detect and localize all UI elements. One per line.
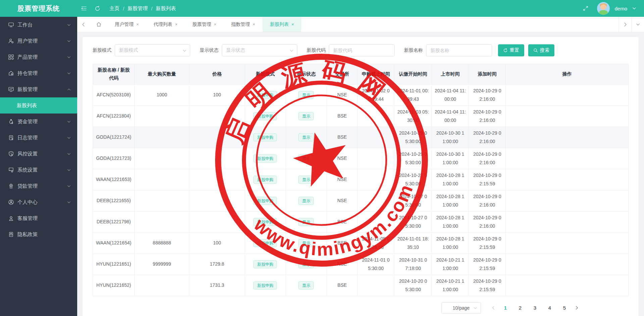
page-number-2[interactable]: 2: [515, 303, 525, 313]
tab-close-icon[interactable]: ×: [175, 22, 178, 27]
tab-2[interactable]: 股票管理×: [185, 17, 224, 32]
tab-close-icon[interactable]: ×: [291, 22, 294, 27]
max-qty-cell: [135, 127, 189, 148]
sidebar-item-3[interactable]: 持仓管理: [0, 65, 77, 81]
show-badge[interactable]: 显示: [298, 154, 314, 163]
breadcrumb-home[interactable]: 主页: [109, 5, 119, 12]
app-header: 股票管理系统 主页 / 新股管理 / 新股列表 demo: [0, 0, 644, 17]
mode-select[interactable]: 新股模式: [115, 44, 190, 56]
show-badge[interactable]: 显示: [298, 197, 314, 205]
prev-page-icon[interactable]: [488, 303, 498, 313]
show-badge[interactable]: 显示: [298, 239, 314, 247]
show-badge[interactable]: 显示: [298, 260, 314, 268]
price-cell: [189, 148, 245, 169]
show-badge-cell: 显示: [286, 232, 327, 254]
sidebar-subitem-active[interactable]: 新股列表: [0, 97, 77, 114]
page-size-select[interactable]: 10/page: [441, 302, 481, 314]
chevron-down-icon: [182, 48, 187, 53]
price-cell: [189, 190, 245, 211]
sidebar-item-0[interactable]: 工作台: [0, 17, 77, 33]
sidebar-item-10[interactable]: 个人中心: [0, 194, 77, 210]
added-time-cell: 2024-10-29 02:16:00: [469, 211, 506, 232]
sidebar-item-5[interactable]: 资金管理: [0, 114, 77, 130]
tabs-menu-chevron-icon[interactable]: [631, 17, 644, 32]
show-badge-cell: 显示: [286, 148, 327, 169]
tab-home[interactable]: [90, 17, 107, 32]
price-cell: 1729.8: [189, 254, 245, 275]
list-card: 新股模式 新股模式 显示状态 显示状态 新股代码: [83, 37, 639, 316]
mode-badge[interactable]: 新股申购: [253, 260, 277, 268]
sidebar-item-8[interactable]: 系统设置: [0, 162, 77, 178]
tab-close-icon[interactable]: ×: [136, 22, 139, 27]
mode-badge-cell: 新股申购: [245, 211, 286, 232]
tab-1[interactable]: 代理列表×: [146, 17, 185, 32]
mode-badge[interactable]: 新股申购: [253, 281, 277, 289]
listing-time-cell: 2024-10-21 11:00:00: [432, 254, 469, 275]
added-time-cell: 2024-10-29 02:16:00: [469, 148, 506, 169]
breadcrumb-section[interactable]: 新股管理: [128, 5, 148, 12]
mode-badge[interactable]: 新股申购: [253, 154, 277, 163]
show-badge[interactable]: 显示: [298, 218, 314, 226]
show-badge-cell: 显示: [286, 127, 327, 148]
tabs-scroll-left-icon[interactable]: [77, 17, 90, 32]
page-number-5[interactable]: 5: [559, 303, 569, 313]
sidebar-item-1[interactable]: 用户管理: [0, 33, 77, 49]
mode-badge[interactable]: 新股申购: [253, 176, 277, 184]
next-page-icon[interactable]: [572, 303, 582, 313]
page-number-4[interactable]: 4: [545, 303, 555, 313]
avatar[interactable]: [597, 2, 610, 15]
stock-name-cell: GODA(1221723): [93, 148, 135, 169]
code-input[interactable]: [329, 44, 395, 56]
sidebar-item-11[interactable]: 客服管理: [0, 210, 77, 226]
tab-close-icon[interactable]: ×: [253, 22, 255, 27]
sidebar-item-7[interactable]: 风控设置: [0, 146, 77, 162]
sidebar-item-label: 日志管理: [17, 135, 38, 141]
sidebar-item-4[interactable]: 新股管理: [0, 81, 77, 97]
mode-badge[interactable]: 新股申购: [253, 91, 277, 99]
user-dropdown-chevron[interactable]: [632, 6, 637, 11]
mode-badge[interactable]: 新股申购: [253, 218, 277, 226]
table-row: DEEB(1221655)新股申购显示NSE2024-10-27 05:30:0…: [93, 190, 629, 211]
tab-0[interactable]: 用户管理×: [107, 17, 146, 32]
mode-badge[interactable]: 新股申购: [253, 239, 277, 247]
user-name[interactable]: demo: [614, 6, 627, 11]
sidebar-item-2[interactable]: 产品管理: [0, 49, 77, 65]
status-select[interactable]: 显示状态: [222, 44, 297, 56]
show-badge[interactable]: 显示: [298, 112, 314, 120]
page-number-3[interactable]: 3: [530, 303, 540, 313]
search-button[interactable]: 搜索: [528, 44, 554, 56]
app-title: 股票管理系统: [0, 4, 77, 13]
fullscreen-icon[interactable]: [579, 0, 592, 17]
tabs-scroll-right-icon[interactable]: [618, 17, 631, 32]
show-badge[interactable]: 显示: [298, 281, 314, 289]
mode-badge[interactable]: 新股申购: [253, 197, 277, 205]
column-header: 显示状态: [286, 64, 327, 85]
chevron-down-icon: [67, 168, 71, 172]
added-time-cell: 2024-10-29 02:16:00: [469, 84, 506, 105]
mode-badge[interactable]: 新股申购: [253, 112, 277, 120]
subscribe-start-cell: 2024-11-01 18:35:10: [394, 232, 432, 254]
reset-button[interactable]: 重置: [498, 44, 524, 56]
refresh-icon[interactable]: [91, 0, 104, 17]
sidebar-item-9[interactable]: 贷款管理: [0, 178, 77, 194]
deadline-cell: [357, 211, 394, 232]
page-number-1[interactable]: 1: [500, 303, 510, 313]
tab-3[interactable]: 指数管理×: [224, 17, 263, 32]
added-time-cell: 2024-10-29 02:16:00: [469, 105, 506, 127]
sidebar-item-label: 用户管理: [17, 38, 38, 44]
show-badge[interactable]: 显示: [298, 176, 314, 184]
collapse-menu-icon[interactable]: [77, 0, 91, 17]
tab-4-active[interactable]: 新股列表×: [262, 17, 301, 32]
name-input[interactable]: [426, 44, 492, 56]
show-badge[interactable]: 显示: [298, 91, 314, 99]
table-row: DEEB(1221798)新股申购显示BSE2024-10-27 05:30:0…: [93, 211, 629, 232]
sidebar-item-6[interactable]: 日志管理: [0, 130, 77, 146]
stock-name-cell: HYUN(1221651): [93, 254, 135, 275]
market-cell: BSE: [327, 275, 357, 296]
tab-close-icon[interactable]: ×: [214, 22, 216, 27]
mode-badge[interactable]: 新股申购: [253, 133, 277, 141]
show-badge[interactable]: 显示: [298, 133, 314, 141]
listing-time-cell: 2024-11-04 11:00:00: [432, 105, 469, 127]
column-header: 操作: [506, 64, 629, 85]
sidebar-item-12[interactable]: 隐私政策: [0, 226, 77, 242]
